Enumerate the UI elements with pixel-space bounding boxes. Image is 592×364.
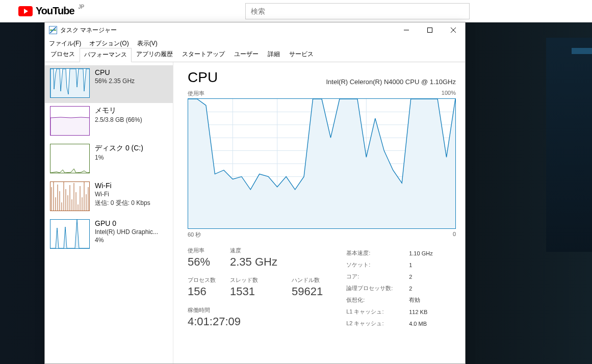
page-title: CPU bbox=[188, 69, 218, 86]
label-threads: スレッド数 bbox=[230, 276, 277, 284]
label-processes: プロセス数 bbox=[188, 276, 216, 284]
memory-mini-chart bbox=[50, 106, 90, 136]
value-processes: 156 bbox=[188, 285, 216, 298]
youtube-region: JP bbox=[79, 4, 85, 10]
svg-rect-1 bbox=[428, 28, 432, 33]
sidebar-item-sub: Intel(R) UHD Graphic... bbox=[95, 228, 158, 236]
sidebar-item-disk[interactable]: ディスク 0 (C:) 1% bbox=[45, 141, 173, 178]
sidebar-item-label: メモリ bbox=[95, 106, 142, 115]
youtube-header: YouTube JP bbox=[0, 0, 592, 22]
window-title: タスク マネージャー bbox=[60, 26, 117, 35]
label-handles: ハンドル数 bbox=[292, 276, 323, 284]
label-logical: 論理プロセッサ数: bbox=[346, 283, 408, 294]
sidebar-item-sub: 2.5/3.8 GB (66%) bbox=[95, 116, 142, 123]
tab-startup[interactable]: スタートアップ bbox=[177, 47, 229, 62]
value-handles: 59621 bbox=[292, 285, 323, 298]
tab-processes[interactable]: プロセス bbox=[46, 47, 80, 62]
gpu-mini-chart bbox=[50, 219, 90, 249]
sidebar-item-sub: 1% bbox=[95, 154, 143, 161]
value-sockets: 1 bbox=[409, 259, 432, 270]
disk-mini-chart bbox=[50, 144, 90, 173]
chart-ymax: 100% bbox=[442, 90, 456, 97]
tabbar: プロセス パフォーマンス アプリの履歴 スタートアップ ユーザー 詳細 サービス bbox=[45, 49, 465, 62]
wifi-mini-chart bbox=[50, 181, 90, 211]
value-speed: 2.35 GHz bbox=[230, 255, 277, 269]
label-cores: コア: bbox=[346, 271, 408, 282]
value-virt: 有効 bbox=[409, 295, 432, 305]
cpu-model-name: Intel(R) Celeron(R) N4000 CPU @ 1.10GHz bbox=[326, 78, 456, 86]
tab-app-history[interactable]: アプリの履歴 bbox=[132, 47, 177, 62]
tab-performance[interactable]: パフォーマンス bbox=[80, 48, 132, 62]
svg-marker-5 bbox=[50, 117, 90, 136]
youtube-logo-icon[interactable] bbox=[18, 6, 33, 16]
label-l2: L2 キャッシュ: bbox=[346, 318, 408, 329]
label-virt: 仮想化: bbox=[346, 295, 408, 305]
label-l1: L1 キャッシュ: bbox=[346, 306, 408, 317]
maximize-button[interactable] bbox=[418, 22, 442, 38]
label-uptime: 稼働時間 bbox=[188, 306, 323, 314]
sidebar-item-label: CPU bbox=[95, 68, 135, 76]
titlebar[interactable]: タスク マネージャー bbox=[45, 22, 465, 38]
sidebar-item-sub: Wi-Fi bbox=[95, 191, 150, 198]
value-uptime: 4:01:27:09 bbox=[188, 315, 323, 328]
value-l1: 112 KB bbox=[409, 306, 432, 317]
tab-details[interactable]: 詳細 bbox=[263, 47, 285, 62]
sidebar-item-label: ディスク 0 (C:) bbox=[95, 144, 143, 153]
label-speed: 速度 bbox=[230, 247, 277, 254]
chart-xmax: 0 bbox=[453, 231, 456, 239]
value-l2: 4.0 MB bbox=[409, 318, 432, 329]
cpu-usage-chart[interactable] bbox=[188, 98, 456, 229]
youtube-logo-text[interactable]: YouTube bbox=[36, 5, 74, 17]
svg-marker-4 bbox=[50, 69, 90, 98]
cpu-mini-chart bbox=[50, 68, 90, 98]
sidebar-item-sub: 56% 2.35 GHz bbox=[95, 77, 135, 85]
performance-sidebar: CPU 56% 2.35 GHz メモリ 2.5/3.8 GB (66%) bbox=[45, 62, 173, 363]
menu-options[interactable]: オプション(O) bbox=[89, 39, 128, 48]
sidebar-item-sub2: 送信: 0 受信: 0 Kbps bbox=[95, 199, 150, 207]
menu-file[interactable]: ファイル(F) bbox=[49, 39, 81, 48]
menu-view[interactable]: 表示(V) bbox=[137, 39, 158, 48]
sidebar-item-memory[interactable]: メモリ 2.5/3.8 GB (66%) bbox=[45, 103, 173, 141]
sidebar-item-gpu[interactable]: GPU 0 Intel(R) UHD Graphic... 4% bbox=[45, 216, 173, 254]
chart-ylabel: 使用率 bbox=[188, 90, 204, 97]
minimize-button[interactable] bbox=[395, 22, 418, 38]
close-button[interactable] bbox=[442, 22, 465, 38]
value-logical: 2 bbox=[409, 283, 432, 294]
sidebar-item-label: GPU 0 bbox=[95, 219, 158, 227]
tab-services[interactable]: サービス bbox=[285, 47, 318, 62]
sidebar-item-sub2: 4% bbox=[95, 237, 158, 244]
search-input[interactable] bbox=[245, 3, 470, 19]
app-icon bbox=[49, 26, 57, 34]
label-base: 基本速度: bbox=[346, 248, 408, 258]
value-usage: 56% bbox=[188, 255, 216, 269]
label-usage: 使用率 bbox=[188, 247, 216, 254]
performance-main: CPU Intel(R) Celeron(R) N4000 CPU @ 1.10… bbox=[173, 62, 465, 363]
sidebar-item-label: Wi-Fi bbox=[95, 181, 150, 190]
tab-users[interactable]: ユーザー bbox=[229, 47, 263, 62]
svg-marker-25 bbox=[50, 220, 90, 249]
sidebar-item-cpu[interactable]: CPU 56% 2.35 GHz bbox=[45, 65, 173, 103]
label-sockets: ソケット: bbox=[346, 259, 408, 270]
value-cores: 2 bbox=[409, 271, 432, 282]
value-threads: 1531 bbox=[230, 285, 277, 298]
value-base: 1.10 GHz bbox=[409, 248, 432, 258]
task-manager-window: タスク マネージャー ファイル(F) オプション(O) 表示(V) プロセス パ… bbox=[44, 22, 466, 364]
sidebar-item-wifi[interactable]: Wi-Fi Wi-Fi 送信: 0 受信: 0 Kbps bbox=[45, 178, 173, 216]
chart-xmin: 60 秒 bbox=[188, 231, 201, 239]
